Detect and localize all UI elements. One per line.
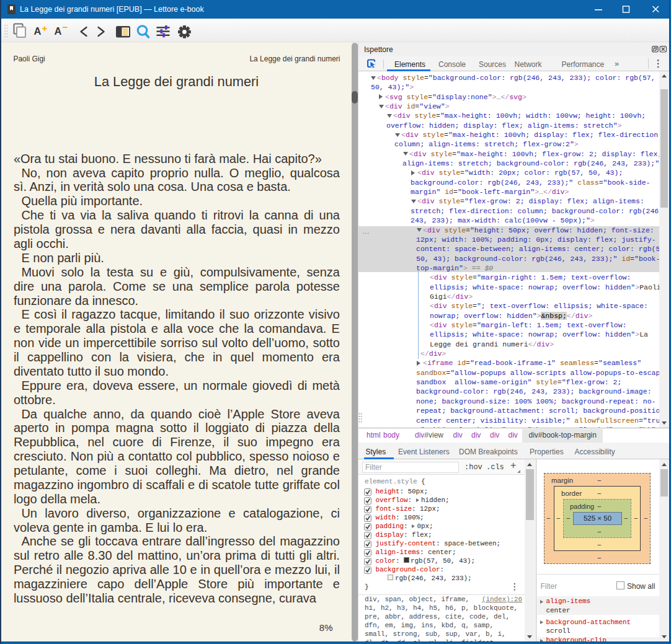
svg-text:−: − xyxy=(63,22,68,32)
svg-text:A: A xyxy=(34,25,42,37)
svg-text:A: A xyxy=(55,25,62,37)
svg-text:+: + xyxy=(42,23,48,33)
